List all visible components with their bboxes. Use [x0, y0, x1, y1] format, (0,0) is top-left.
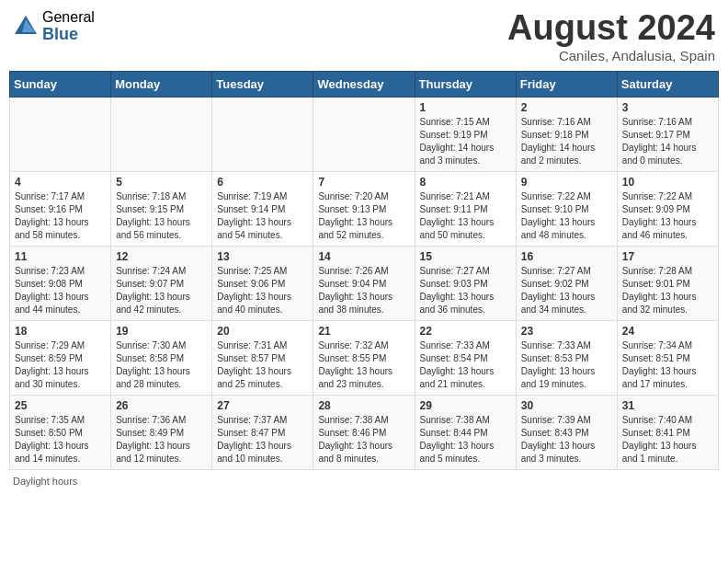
- day-info: Sunrise: 7:38 AM Sunset: 8:46 PM Dayligh…: [318, 414, 409, 465]
- calendar-cell: 26Sunrise: 7:36 AM Sunset: 8:49 PM Dayli…: [111, 395, 212, 469]
- day-info: Sunrise: 7:31 AM Sunset: 8:57 PM Dayligh…: [217, 339, 308, 391]
- logo-blue: Blue: [42, 26, 95, 44]
- footer-note: Daylight hours: [9, 476, 719, 487]
- day-number: 9: [521, 176, 612, 189]
- day-number: 3: [622, 101, 713, 114]
- calendar-cell: 11Sunrise: 7:23 AM Sunset: 9:08 PM Dayli…: [10, 246, 111, 320]
- day-number: 27: [217, 399, 308, 412]
- weekday-header: Thursday: [415, 71, 516, 97]
- day-number: 4: [15, 176, 106, 189]
- calendar-cell: 13Sunrise: 7:25 AM Sunset: 9:06 PM Dayli…: [212, 246, 313, 320]
- day-number: 28: [318, 399, 409, 412]
- logo-icon: [13, 14, 39, 40]
- day-number: 14: [318, 250, 409, 263]
- day-number: 10: [622, 176, 713, 189]
- calendar-cell: 25Sunrise: 7:35 AM Sunset: 8:50 PM Dayli…: [10, 395, 111, 469]
- calendar-cell: 31Sunrise: 7:40 AM Sunset: 8:41 PM Dayli…: [617, 395, 718, 469]
- day-info: Sunrise: 7:16 AM Sunset: 9:17 PM Dayligh…: [622, 116, 713, 167]
- calendar-cell: 6Sunrise: 7:19 AM Sunset: 9:14 PM Daylig…: [212, 171, 313, 246]
- day-number: 12: [116, 250, 207, 263]
- calendar-cell: 30Sunrise: 7:39 AM Sunset: 8:43 PM Dayli…: [516, 395, 617, 469]
- day-number: 13: [217, 250, 308, 263]
- weekday-header: Friday: [516, 71, 617, 97]
- calendar-cell: 20Sunrise: 7:31 AM Sunset: 8:57 PM Dayli…: [212, 320, 313, 395]
- weekday-header: Wednesday: [313, 71, 415, 97]
- calendar-cell: 19Sunrise: 7:30 AM Sunset: 8:58 PM Dayli…: [111, 320, 212, 395]
- day-number: 8: [420, 176, 511, 189]
- calendar-week-row: 11Sunrise: 7:23 AM Sunset: 9:08 PM Dayli…: [10, 246, 719, 320]
- calendar-cell: 16Sunrise: 7:27 AM Sunset: 9:02 PM Dayli…: [516, 246, 617, 320]
- day-number: 24: [622, 325, 713, 338]
- month-title: August 2024: [507, 9, 715, 48]
- calendar-week-row: 18Sunrise: 7:29 AM Sunset: 8:59 PM Dayli…: [10, 320, 719, 395]
- calendar-week-row: 25Sunrise: 7:35 AM Sunset: 8:50 PM Dayli…: [10, 395, 719, 469]
- weekday-header: Tuesday: [212, 71, 313, 97]
- day-number: 31: [622, 399, 713, 412]
- day-info: Sunrise: 7:29 AM Sunset: 8:59 PM Dayligh…: [15, 339, 106, 391]
- day-info: Sunrise: 7:37 AM Sunset: 8:47 PM Dayligh…: [217, 414, 308, 465]
- day-info: Sunrise: 7:40 AM Sunset: 8:41 PM Dayligh…: [622, 414, 713, 465]
- calendar-cell: 28Sunrise: 7:38 AM Sunset: 8:46 PM Dayli…: [313, 395, 415, 469]
- day-info: Sunrise: 7:18 AM Sunset: 9:15 PM Dayligh…: [116, 190, 207, 242]
- calendar-cell: 27Sunrise: 7:37 AM Sunset: 8:47 PM Dayli…: [212, 395, 313, 469]
- calendar-cell: [212, 97, 313, 171]
- calendar-cell: 23Sunrise: 7:33 AM Sunset: 8:53 PM Dayli…: [516, 320, 617, 395]
- calendar-cell: 17Sunrise: 7:28 AM Sunset: 9:01 PM Dayli…: [617, 246, 718, 320]
- day-number: 20: [217, 325, 308, 338]
- day-number: 22: [420, 325, 511, 338]
- day-info: Sunrise: 7:38 AM Sunset: 8:44 PM Dayligh…: [420, 414, 511, 465]
- day-info: Sunrise: 7:22 AM Sunset: 9:09 PM Dayligh…: [622, 190, 713, 242]
- logo-text: General Blue: [42, 9, 95, 43]
- weekday-header: Saturday: [617, 71, 718, 97]
- calendar-cell: [10, 97, 111, 171]
- day-number: 6: [217, 176, 308, 189]
- calendar-cell: 10Sunrise: 7:22 AM Sunset: 9:09 PM Dayli…: [617, 171, 718, 246]
- calendar-cell: 24Sunrise: 7:34 AM Sunset: 8:51 PM Dayli…: [617, 320, 718, 395]
- day-info: Sunrise: 7:33 AM Sunset: 8:54 PM Dayligh…: [420, 339, 511, 391]
- location: Caniles, Andalusia, Spain: [507, 48, 715, 63]
- calendar-cell: 18Sunrise: 7:29 AM Sunset: 8:59 PM Dayli…: [10, 320, 111, 395]
- day-info: Sunrise: 7:15 AM Sunset: 9:19 PM Dayligh…: [420, 116, 511, 167]
- day-number: 7: [318, 176, 409, 189]
- day-number: 30: [521, 399, 612, 412]
- title-area: August 2024 Caniles, Andalusia, Spain: [507, 9, 715, 63]
- calendar-cell: 9Sunrise: 7:22 AM Sunset: 9:10 PM Daylig…: [516, 171, 617, 246]
- day-number: 21: [318, 325, 409, 338]
- day-number: 18: [15, 325, 106, 338]
- day-info: Sunrise: 7:22 AM Sunset: 9:10 PM Dayligh…: [521, 190, 612, 242]
- calendar-week-row: 4Sunrise: 7:17 AM Sunset: 9:16 PM Daylig…: [10, 171, 719, 246]
- day-number: 11: [15, 250, 106, 263]
- day-info: Sunrise: 7:25 AM Sunset: 9:06 PM Dayligh…: [217, 265, 308, 316]
- calendar-cell: 1Sunrise: 7:15 AM Sunset: 9:19 PM Daylig…: [415, 97, 516, 171]
- page-header: General Blue August 2024 Caniles, Andalu…: [9, 9, 719, 63]
- day-number: 26: [116, 399, 207, 412]
- day-info: Sunrise: 7:24 AM Sunset: 9:07 PM Dayligh…: [116, 265, 207, 316]
- calendar-cell: 8Sunrise: 7:21 AM Sunset: 9:11 PM Daylig…: [415, 171, 516, 246]
- calendar-week-row: 1Sunrise: 7:15 AM Sunset: 9:19 PM Daylig…: [10, 97, 719, 171]
- day-info: Sunrise: 7:27 AM Sunset: 9:03 PM Dayligh…: [420, 265, 511, 316]
- calendar-cell: [111, 97, 212, 171]
- day-info: Sunrise: 7:32 AM Sunset: 8:55 PM Dayligh…: [318, 339, 409, 391]
- day-info: Sunrise: 7:23 AM Sunset: 9:08 PM Dayligh…: [15, 265, 106, 316]
- calendar-cell: 14Sunrise: 7:26 AM Sunset: 9:04 PM Dayli…: [313, 246, 415, 320]
- day-info: Sunrise: 7:28 AM Sunset: 9:01 PM Dayligh…: [622, 265, 713, 316]
- day-number: 2: [521, 101, 612, 114]
- day-info: Sunrise: 7:39 AM Sunset: 8:43 PM Dayligh…: [521, 414, 612, 465]
- day-info: Sunrise: 7:36 AM Sunset: 8:49 PM Dayligh…: [116, 414, 207, 465]
- day-number: 17: [622, 250, 713, 263]
- calendar-cell: 29Sunrise: 7:38 AM Sunset: 8:44 PM Dayli…: [415, 395, 516, 469]
- calendar-cell: 7Sunrise: 7:20 AM Sunset: 9:13 PM Daylig…: [313, 171, 415, 246]
- day-number: 1: [420, 101, 511, 114]
- day-info: Sunrise: 7:27 AM Sunset: 9:02 PM Dayligh…: [521, 265, 612, 316]
- logo: General Blue: [13, 9, 95, 43]
- day-info: Sunrise: 7:19 AM Sunset: 9:14 PM Dayligh…: [217, 190, 308, 242]
- day-number: 23: [521, 325, 612, 338]
- calendar-cell: 22Sunrise: 7:33 AM Sunset: 8:54 PM Dayli…: [415, 320, 516, 395]
- calendar-cell: 12Sunrise: 7:24 AM Sunset: 9:07 PM Dayli…: [111, 246, 212, 320]
- calendar-cell: 3Sunrise: 7:16 AM Sunset: 9:17 PM Daylig…: [617, 97, 718, 171]
- calendar-cell: 21Sunrise: 7:32 AM Sunset: 8:55 PM Dayli…: [313, 320, 415, 395]
- day-info: Sunrise: 7:21 AM Sunset: 9:11 PM Dayligh…: [420, 190, 511, 242]
- day-info: Sunrise: 7:33 AM Sunset: 8:53 PM Dayligh…: [521, 339, 612, 391]
- day-info: Sunrise: 7:26 AM Sunset: 9:04 PM Dayligh…: [318, 265, 409, 316]
- day-number: 25: [15, 399, 106, 412]
